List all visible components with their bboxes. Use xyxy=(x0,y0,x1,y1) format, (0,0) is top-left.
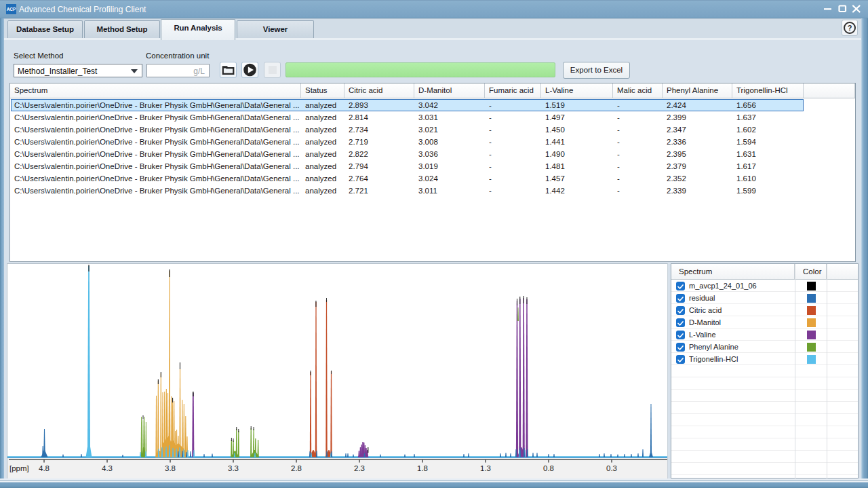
svg-text:?: ? xyxy=(848,24,852,32)
svg-text:4.8: 4.8 xyxy=(39,464,50,472)
svg-text:1.3: 1.3 xyxy=(480,464,491,472)
svg-text:1.8: 1.8 xyxy=(417,464,428,472)
svg-text:2.3: 2.3 xyxy=(354,464,365,472)
svg-text:3.3: 3.3 xyxy=(228,464,239,472)
svg-text:2.8: 2.8 xyxy=(291,464,302,472)
svg-text:3.8: 3.8 xyxy=(165,464,176,472)
svg-text:[ppm]: [ppm] xyxy=(9,464,29,472)
svg-text:4.3: 4.3 xyxy=(102,464,113,472)
svg-text:0.8: 0.8 xyxy=(543,464,554,472)
svg-text:0.3: 0.3 xyxy=(606,464,617,472)
